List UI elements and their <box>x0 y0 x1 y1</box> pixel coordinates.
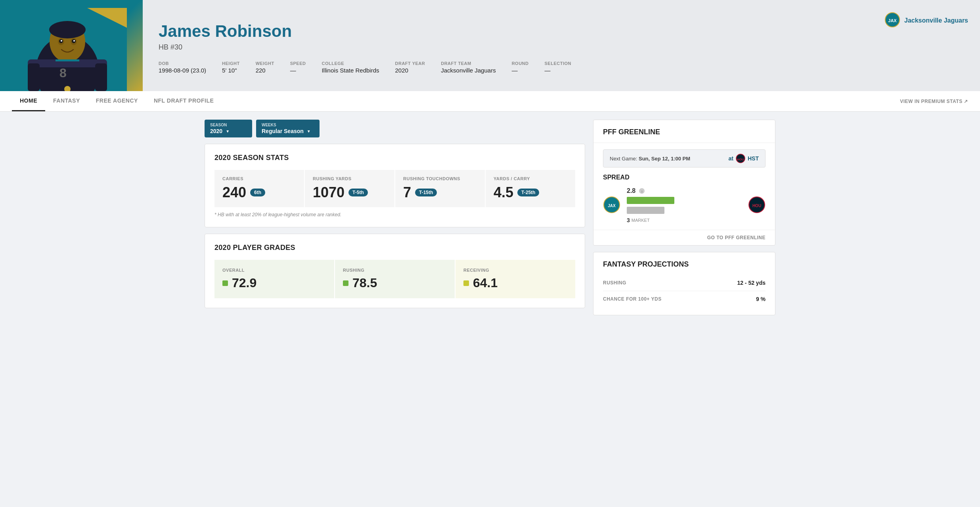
season-dropdown-arrow: ▼ <box>226 129 230 133</box>
rushing-td-stat-box: RUSHING TOUCHDOWNS 7 T-15th <box>395 170 485 207</box>
svg-rect-15 <box>56 59 79 61</box>
spread-bars: 2.8 ↕ 3 MARKET <box>627 187 742 223</box>
dob-stat: DOB 1998-08-09 (23.0) <box>159 61 206 74</box>
college-stat: COLLEGE Illinois State Redbirds <box>322 61 379 74</box>
team-badge: JAX Jacksonville Jaguars <box>884 12 968 29</box>
at-team: at HOU HST <box>729 154 759 163</box>
svg-rect-13 <box>28 63 40 91</box>
season-stats-title: 2020 SEASON STATS <box>214 154 575 162</box>
spread-bar-green <box>627 197 674 204</box>
spread-value-row: 2.8 ↕ <box>627 187 742 194</box>
height-stat: HEIGHT 5' 10" <box>222 61 240 74</box>
receiving-grade-value-row: 64.1 <box>463 276 567 290</box>
svg-text:JAX: JAX <box>888 18 897 23</box>
rushing-grade-value-row: 78.5 <box>343 276 447 290</box>
rushing-td-rank: T-15th <box>415 189 437 196</box>
nav-tabs: HOME FANTASY FREE AGENCY NFL DRAFT PROFI… <box>12 91 222 111</box>
fantasy-card: FANTASY PROJECTIONS RUSHING 12 - 52 yds … <box>593 252 775 315</box>
dob-value: 1998-08-09 (23.0) <box>159 67 206 74</box>
player-bio-stats: DOB 1998-08-09 (23.0) HEIGHT 5' 10" WEIG… <box>159 61 968 74</box>
carries-value-row: 240 6th <box>222 184 296 201</box>
svg-text:HOU: HOU <box>737 158 744 161</box>
next-game-label: Next Game: Sun, Sep 12, 1:00 PM <box>610 156 690 162</box>
draft-year-stat: DRAFT YEAR 2020 <box>395 61 425 74</box>
weight-stat: WEIGHT 220 <box>256 61 274 74</box>
nav-bar: HOME FANTASY FREE AGENCY NFL DRAFT PROFI… <box>0 91 980 112</box>
season-dropdown[interactable]: SEASON 2020 ▼ <box>205 120 252 137</box>
jaguars-logo-spread: JAX <box>603 196 620 215</box>
spread-market: 3 MARKET <box>627 217 742 223</box>
spread-bar-gray <box>627 207 664 214</box>
texans-logo: HOU <box>736 154 745 163</box>
main-content: SEASON 2020 ▼ WEEKS Regular Season ▼ 202… <box>193 112 787 323</box>
yards-carry-rank: T-25th <box>517 189 539 196</box>
grades-grid: OVERALL 72.9 RUSHING 78.5 RECEIVING <box>214 260 575 298</box>
stats-note: * HB with at least 20% of league-highest… <box>214 212 575 217</box>
left-column: SEASON 2020 ▼ WEEKS Regular Season ▼ 202… <box>205 120 585 315</box>
tab-free-agency[interactable]: FREE AGENCY <box>88 91 146 111</box>
rushing-yards-value-row: 1070 T-5th <box>313 184 387 201</box>
rushing-projection-row: RUSHING 12 - 52 yds <box>603 275 766 291</box>
round-stat: ROUND — <box>512 61 529 74</box>
svg-text:↕: ↕ <box>641 190 643 193</box>
svg-text:8: 8 <box>59 66 67 80</box>
player-info: JAX Jacksonville Jaguars James Robinson … <box>143 0 980 91</box>
receiving-grade-dot <box>463 280 469 286</box>
overall-grade-dot <box>222 280 228 286</box>
player-grades-title: 2020 PLAYER GRADES <box>214 244 575 252</box>
svg-rect-14 <box>95 63 107 91</box>
team-name: Jacksonville Jaguars <box>904 17 968 24</box>
player-name: James Robinson <box>159 22 968 41</box>
svg-point-10 <box>61 40 62 42</box>
premium-stats-link[interactable]: VIEW IN PREMIUM STATS ↗ <box>900 99 968 104</box>
rushing-yards-stat-box: RUSHING YARDS 1070 T-5th <box>305 170 394 207</box>
player-image-container: 8 <box>0 0 143 91</box>
greenline-card: PFF GREENLINE Next Game: Sun, Sep 12, 1:… <box>593 120 775 246</box>
next-game-bar: Next Game: Sun, Sep 12, 1:00 PM at HOU H… <box>603 149 766 168</box>
spread-visual: JAX 2.8 ↕ <box>603 187 766 223</box>
draft-team-stat: DRAFT TEAM Jacksonville Jaguars <box>441 61 496 74</box>
selection-stat: SELECTION — <box>544 61 571 74</box>
filters-row: SEASON 2020 ▼ WEEKS Regular Season ▼ <box>205 120 585 137</box>
overall-grade-value-row: 72.9 <box>222 276 326 290</box>
spread-icon: ↕ <box>639 188 645 194</box>
tab-home[interactable]: HOME <box>12 91 45 111</box>
player-header: 8 <box>0 0 980 91</box>
svg-text:JAX: JAX <box>608 204 616 208</box>
weeks-dropdown-arrow: ▼ <box>307 129 311 133</box>
right-column: PFF GREENLINE Next Game: Sun, Sep 12, 1:… <box>593 120 775 315</box>
rushing-yards-rank: T-5th <box>348 189 368 196</box>
svg-point-5 <box>49 21 86 38</box>
svg-text:HOU: HOU <box>752 204 761 208</box>
chance-100-row: CHANCE FOR 100+ YDS 9 % <box>603 291 766 307</box>
yards-carry-value-row: 4.5 T-25th <box>494 184 567 201</box>
tab-nfl-draft-profile[interactable]: NFL DRAFT PROFILE <box>146 91 222 111</box>
tab-fantasy[interactable]: FANTASY <box>45 91 88 111</box>
rushing-grade-dot <box>343 280 348 286</box>
season-stats-card: 2020 SEASON STATS CARRIES 240 6th RUSHIN… <box>205 144 585 227</box>
player-image: 8 <box>8 4 127 91</box>
speed-stat: SPEED — <box>290 61 306 74</box>
carries-stat-box: CARRIES 240 6th <box>214 170 304 207</box>
go-greenline-button[interactable]: GO TO PFF GREENLINE <box>593 230 775 245</box>
overall-grade-box: OVERALL 72.9 <box>214 260 334 298</box>
player-position-number: HB #30 <box>159 43 968 51</box>
player-grades-card: 2020 PLAYER GRADES OVERALL 72.9 RUSHING … <box>205 234 585 308</box>
greenline-header: PFF GREENLINE <box>593 120 775 143</box>
stats-grid: CARRIES 240 6th RUSHING YARDS 1070 T-5th… <box>214 170 575 207</box>
receiving-grade-box: RECEIVING 64.1 <box>456 260 575 298</box>
weeks-dropdown[interactable]: WEEKS Regular Season ▼ <box>256 120 320 137</box>
rushing-td-value-row: 7 T-15th <box>403 184 477 201</box>
team-logo: JAX <box>884 12 900 29</box>
carries-rank: 6th <box>250 189 265 196</box>
texans-logo-spread: HOU <box>748 196 766 215</box>
spread-section: SPREAD JAX 2.8 ↕ <box>593 174 775 230</box>
svg-point-11 <box>73 40 75 42</box>
rushing-grade-box: RUSHING 78.5 <box>335 260 455 298</box>
yards-carry-stat-box: YARDS / CARRY 4.5 T-25th <box>486 170 575 207</box>
